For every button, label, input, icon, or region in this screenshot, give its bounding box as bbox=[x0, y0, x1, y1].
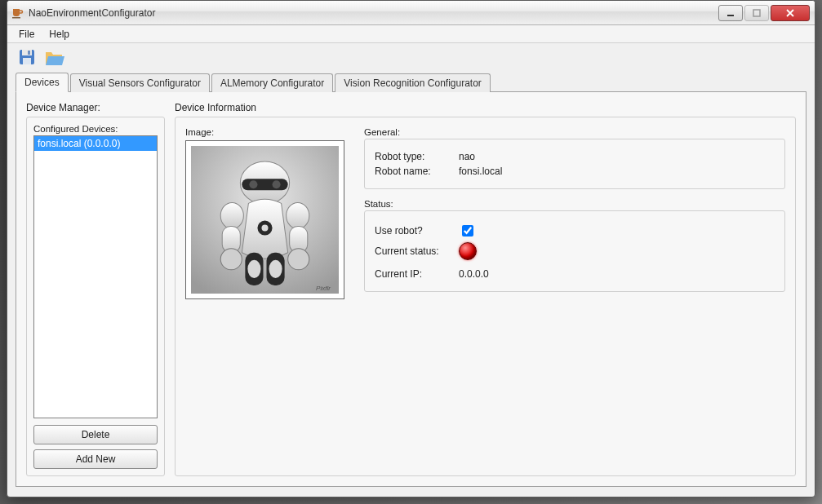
window-title: NaoEnvironmentConfigurator bbox=[29, 7, 718, 19]
svg-rect-0 bbox=[12, 17, 20, 19]
robot-name-value: fonsi.local bbox=[459, 166, 502, 177]
tab-panel-devices: Device Manager: Configured Devices: fons… bbox=[16, 92, 806, 487]
svg-point-23 bbox=[269, 260, 282, 278]
status-group: Use robot? Current status: Current IP: bbox=[364, 210, 785, 292]
svg-rect-5 bbox=[23, 58, 31, 64]
svg-point-10 bbox=[249, 180, 257, 188]
close-button[interactable] bbox=[771, 5, 810, 21]
details-column: General: Robot type: nao Robot name: fon… bbox=[364, 127, 785, 292]
content-area: Devices Visual Sensors Configurator ALMe… bbox=[7, 73, 815, 497]
svg-point-19 bbox=[288, 249, 309, 270]
app-window: NaoEnvironmentConfigurator File Help bbox=[7, 0, 815, 497]
tab-almemory[interactable]: ALMemory Configurator bbox=[211, 73, 333, 92]
svg-point-11 bbox=[273, 180, 281, 188]
configured-devices-label: Configured Devices: bbox=[33, 124, 158, 134]
robot-type-label: Robot type: bbox=[375, 151, 452, 162]
use-robot-label: Use robot? bbox=[375, 225, 452, 237]
svg-rect-4 bbox=[22, 50, 32, 55]
current-ip-value: 0.0.0.0 bbox=[459, 268, 489, 280]
save-button[interactable] bbox=[16, 46, 38, 69]
save-icon bbox=[17, 47, 37, 69]
list-item[interactable]: fonsi.local (0.0.0.0) bbox=[34, 136, 157, 151]
current-ip-label: Current IP: bbox=[375, 268, 452, 280]
device-manager-title: Device Manager: bbox=[26, 102, 165, 113]
open-button[interactable] bbox=[43, 46, 66, 69]
tab-vision-recognition[interactable]: Vision Recognition Configurator bbox=[335, 73, 491, 92]
general-group: Robot type: nao Robot name: fonsi.local bbox=[364, 139, 785, 189]
nao-robot-image: Pixflr bbox=[191, 146, 339, 294]
toolbar bbox=[7, 43, 815, 73]
device-information-title: Device Information bbox=[175, 102, 796, 113]
open-folder-icon bbox=[44, 47, 65, 69]
svg-rect-2 bbox=[753, 10, 760, 16]
svg-point-13 bbox=[261, 225, 268, 232]
menu-file[interactable]: File bbox=[12, 27, 41, 42]
add-new-button[interactable]: Add New bbox=[33, 449, 158, 469]
general-title: General: bbox=[364, 127, 785, 137]
robot-image-frame: Pixflr bbox=[185, 140, 344, 299]
java-cup-icon bbox=[11, 7, 24, 20]
svg-rect-6 bbox=[28, 51, 30, 55]
svg-point-15 bbox=[287, 202, 309, 228]
robot-name-label: Robot name: bbox=[375, 166, 452, 177]
svg-point-18 bbox=[220, 249, 242, 270]
image-column: Image: bbox=[185, 127, 353, 299]
image-label: Image: bbox=[185, 127, 353, 137]
robot-type-value: nao bbox=[459, 151, 475, 162]
menu-help[interactable]: Help bbox=[42, 27, 76, 42]
titlebar: NaoEnvironmentConfigurator bbox=[7, 1, 815, 25]
status-led-icon bbox=[459, 242, 477, 260]
minimize-button[interactable] bbox=[718, 5, 743, 21]
tabstrip: Devices Visual Sensors Configurator ALMe… bbox=[16, 73, 806, 92]
use-robot-checkbox[interactable] bbox=[462, 225, 473, 237]
menubar: File Help bbox=[7, 25, 815, 43]
tab-devices[interactable]: Devices bbox=[16, 73, 69, 92]
configured-devices-list[interactable]: fonsi.local (0.0.0.0) bbox=[33, 135, 158, 418]
status-title: Status: bbox=[364, 199, 785, 209]
svg-point-14 bbox=[220, 202, 243, 228]
device-manager-panel: Device Manager: Configured Devices: fons… bbox=[26, 102, 165, 476]
maximize-button[interactable] bbox=[744, 5, 769, 21]
window-controls bbox=[718, 5, 810, 21]
svg-rect-9 bbox=[242, 179, 287, 190]
svg-text:Pixflr: Pixflr bbox=[316, 285, 331, 292]
svg-point-22 bbox=[247, 260, 260, 278]
tab-visual-sensors[interactable]: Visual Sensors Configurator bbox=[70, 73, 210, 92]
delete-button[interactable]: Delete bbox=[33, 425, 158, 444]
current-status-label: Current status: bbox=[375, 245, 452, 257]
svg-rect-1 bbox=[727, 15, 734, 16]
device-information-panel: Device Information Image: bbox=[175, 102, 796, 476]
